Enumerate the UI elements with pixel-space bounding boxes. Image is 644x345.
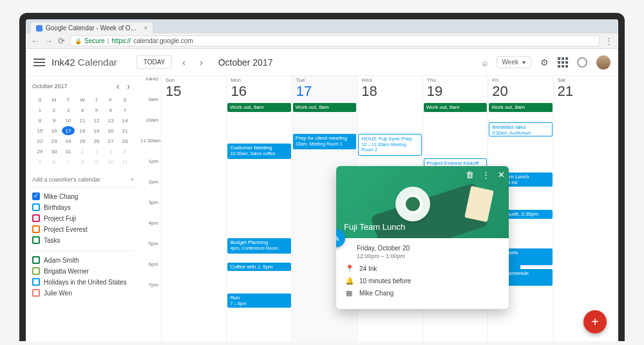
- calendar-label: Mike Chang: [44, 193, 78, 200]
- calendar-label: Brigatta Werner: [44, 268, 89, 275]
- calendar-label: Julie Wen: [44, 290, 72, 297]
- day-column[interactable]: Mon16 Work out, 8amCustomer Meeting10:30…: [226, 76, 291, 341]
- search-icon[interactable]: ⌕: [482, 57, 488, 68]
- close-tab-icon[interactable]: ×: [144, 24, 148, 32]
- calendar-item[interactable]: Mike Chang: [32, 192, 134, 200]
- apps-grid-icon[interactable]: [558, 57, 568, 68]
- create-event-fab[interactable]: +: [583, 310, 607, 333]
- calendar-checkbox[interactable]: [32, 203, 40, 211]
- calendar-item[interactable]: Holidays in the United States: [32, 278, 134, 286]
- calendar-checkbox[interactable]: [32, 278, 40, 286]
- calendar-checkbox[interactable]: [32, 289, 40, 297]
- day-header: Sun15: [162, 76, 226, 103]
- mini-next-icon[interactable]: ›: [123, 81, 134, 91]
- calendar-event[interactable]: Customer Meeting10:30am, Salon coffee: [227, 144, 290, 159]
- calendar-event[interactable]: HOLD: Fuji Sync Prep10 – 11:30am Meeting…: [358, 134, 421, 156]
- calendar-event[interactable]: Prep for client meeting10am, Meeting Roo…: [293, 134, 356, 149]
- bell-icon: 🔔: [345, 277, 353, 285]
- calendar-event[interactable]: Work out, 8am: [424, 103, 487, 112]
- back-icon[interactable]: ←: [31, 36, 39, 46]
- lock-icon: 🔒: [75, 38, 82, 44]
- delete-event-icon[interactable]: 🗑: [466, 170, 474, 180]
- calendar-checkbox[interactable]: [32, 256, 40, 264]
- hamburger-icon[interactable]: [33, 59, 45, 66]
- calendar-event[interactable]: Work out, 8am: [489, 103, 552, 112]
- popup-location: 24 Ink: [359, 265, 377, 272]
- notifications-icon[interactable]: [577, 57, 587, 68]
- day-header: Fri20: [488, 76, 553, 103]
- day-header: Mon16: [227, 76, 291, 103]
- browser-tab-strip: Google Calendar - Week of O… ×: [26, 19, 618, 33]
- view-selector[interactable]: Week▾: [497, 56, 531, 68]
- event-more-icon[interactable]: ⋮: [482, 170, 490, 180]
- calendar-checkbox[interactable]: [32, 192, 40, 200]
- sidebar: October 2017 ‹› SMTWTFS12345678910111213…: [26, 76, 140, 341]
- day-header: Tue17: [292, 76, 357, 103]
- day-column[interactable]: Sun15: [161, 76, 226, 341]
- settings-gear-icon[interactable]: ⚙: [540, 57, 549, 68]
- calendar-checkbox[interactable]: [32, 225, 40, 233]
- browser-address-bar: ← → ⟳ 🔒 Secure | https://calendar.google…: [26, 33, 618, 49]
- calendar-label: Tasks: [44, 237, 61, 244]
- calendar-item[interactable]: Adam Smith: [32, 256, 134, 264]
- calendar-label: Project Fuji: [44, 215, 76, 222]
- calendar-label: Holidays in the United States: [44, 279, 126, 286]
- calendar-label: Project Everest: [44, 226, 88, 233]
- calendar-item[interactable]: Tasks: [32, 236, 134, 244]
- add-calendar-input[interactable]: Add a coworker's calendar +: [32, 172, 134, 187]
- next-week-icon[interactable]: ›: [196, 57, 207, 68]
- time-gutter: Ink429am10am11:30am1pm2pm3pm4pm5pm6pm7pm: [140, 76, 161, 341]
- event-detail-popup: 🗑 ⋮ ✕ Fuji Team Lunch ✎ Friday, October …: [336, 166, 509, 309]
- day-header: Wed18: [357, 76, 422, 103]
- browser-menu-icon[interactable]: ⋮: [605, 36, 613, 46]
- chevron-down-icon: ▾: [522, 59, 526, 66]
- calendar-label: Birthdays: [44, 204, 71, 211]
- calendar-event[interactable]: Breakfast talks9:30am, Auditorium: [489, 122, 552, 136]
- prev-week-icon[interactable]: ‹: [178, 57, 189, 68]
- day-header: Thu19: [423, 76, 488, 103]
- calendar-item[interactable]: Birthdays: [32, 203, 134, 211]
- plus-icon[interactable]: +: [131, 176, 134, 183]
- calendar-event[interactable]: Budget Planning4pm, Conference Room: [227, 238, 290, 254]
- day-header: Sat21: [554, 76, 618, 103]
- app-header: Ink42 Calendar TODAY ‹ › October 2017 ⌕ …: [26, 49, 618, 76]
- popup-event-title: Fuji Team Lunch: [344, 222, 405, 232]
- favicon-icon: [36, 25, 43, 32]
- calendar-event[interactable]: Coffee with J, 5pm: [227, 263, 290, 271]
- account-avatar[interactable]: [596, 55, 611, 70]
- calendar-item[interactable]: Project Fuji: [32, 214, 134, 222]
- close-popup-icon[interactable]: ✕: [498, 170, 505, 180]
- tab-title: Google Calendar - Week of O…: [46, 24, 137, 32]
- url-field[interactable]: 🔒 Secure | https://calendar.google.com: [70, 35, 600, 46]
- forward-icon[interactable]: →: [44, 36, 53, 46]
- popup-organizer: Mike Chang: [359, 290, 393, 297]
- calendar-item[interactable]: Julie Wen: [32, 289, 134, 297]
- browser-tab[interactable]: Google Calendar - Week of O… ×: [31, 23, 153, 33]
- popup-date: Friday, October 20: [357, 245, 501, 252]
- secure-label: Secure: [84, 37, 105, 44]
- reload-icon[interactable]: ⟳: [58, 36, 65, 46]
- calendar-label: Adam Smith: [44, 257, 79, 264]
- mini-calendar[interactable]: SMTWTFS123456789101112131415161718192021…: [32, 94, 133, 167]
- app-brand: Ink42 Calendar: [52, 57, 117, 68]
- calendar-checkbox[interactable]: [32, 267, 40, 275]
- mini-month-label: October 2017: [32, 83, 68, 89]
- calendar-checkbox[interactable]: [32, 236, 40, 244]
- calendar-event[interactable]: Run7 – 8pm: [227, 294, 290, 308]
- popup-reminder: 10 minutes before: [359, 277, 411, 284]
- current-month-label: October 2017: [218, 57, 273, 68]
- calendar-checkbox[interactable]: [32, 214, 40, 222]
- calendar-event[interactable]: Work out, 8am: [293, 103, 356, 112]
- mini-prev-icon[interactable]: ‹: [113, 81, 124, 91]
- today-button[interactable]: TODAY: [137, 55, 173, 69]
- calendar-event[interactable]: Work out, 8am: [227, 103, 290, 112]
- location-icon: 📍: [345, 265, 353, 273]
- day-column[interactable]: Sat21: [553, 76, 618, 341]
- popup-time: 12:00pm – 1:00pm: [357, 253, 501, 259]
- calendar-icon: ▦: [345, 289, 353, 297]
- calendar-item[interactable]: Project Everest: [32, 225, 134, 233]
- calendar-item[interactable]: Brigatta Werner: [32, 267, 134, 275]
